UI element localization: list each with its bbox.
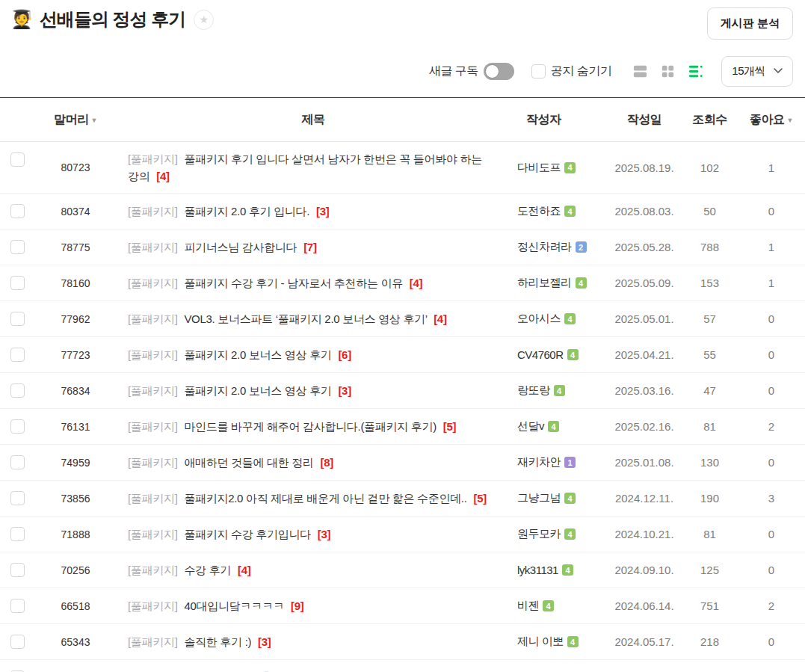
comment-count[interactable]: [5] xyxy=(473,492,486,505)
post-likes: 0 xyxy=(738,312,805,325)
post-prefix[interactable]: [풀패키지] xyxy=(128,492,180,505)
card-view-icon[interactable] xyxy=(632,63,649,80)
post-prefix[interactable]: [풀패키지] xyxy=(128,205,180,218)
post-prefix[interactable]: [풀패키지] xyxy=(128,456,180,469)
comment-count[interactable]: [4] xyxy=(238,564,250,576)
comment-count[interactable]: [4] xyxy=(434,312,446,325)
row-checkbox[interactable] xyxy=(10,152,25,167)
post-author[interactable]: 그냥그넘 xyxy=(517,491,561,505)
comment-count[interactable]: [4] xyxy=(156,170,169,182)
table-row[interactable]: 77962 [풀패키지] VOL3. 보너스파트 ‘풀패키지 2.0 보너스 영… xyxy=(0,301,805,337)
row-checkbox[interactable] xyxy=(10,348,25,362)
post-title-link[interactable]: VOL3. 보너스파트 ‘풀패키지 2.0 보너스 영상 후기’ xyxy=(184,312,427,325)
header-prefix[interactable]: 말머리▼ xyxy=(42,112,109,128)
post-title-link[interactable]: 피기너스님 감사합니다 xyxy=(184,241,297,253)
table-row[interactable]: 77723 [풀패키지] 풀패키지 2.0 보너스 영상 후기 [6] CV47… xyxy=(0,337,805,373)
table-row[interactable]: 80723 [풀패키지] 풀패키지 후기 입니다 살면서 남자가 한번은 꼭 들… xyxy=(0,142,805,194)
comment-count[interactable]: [6] xyxy=(338,348,351,361)
post-title-link[interactable]: 풀패키지 2.0 후기 입니다. xyxy=(184,205,309,218)
post-prefix[interactable]: [풀패키지] xyxy=(128,599,180,612)
post-prefix[interactable]: [풀패키지] xyxy=(128,564,180,576)
comment-count[interactable]: [7] xyxy=(303,241,316,253)
table-row[interactable]: 74959 [풀패키지] 애매하던 것들에 대한 정리 [8] 재키차안 1 2… xyxy=(0,445,805,481)
post-title-link[interactable]: 애매하던 것들에 대한 정리 xyxy=(184,456,313,469)
post-title-link[interactable]: 마인드를 바꾸게 해주어 감사합니다.(풀패키지 후기) xyxy=(184,420,436,433)
post-title-link[interactable]: 솔직한 후기 :) xyxy=(184,635,251,648)
comment-count[interactable]: [8] xyxy=(321,456,333,469)
row-checkbox[interactable] xyxy=(10,419,25,434)
post-title-link[interactable]: 40대입니닼ㅋㅋㅋㅋ xyxy=(184,599,284,612)
post-prefix[interactable]: [풀패키지] xyxy=(128,348,180,361)
comment-count[interactable]: [9] xyxy=(291,599,303,612)
row-checkbox[interactable] xyxy=(10,527,25,541)
post-prefix[interactable]: [풀패키지] xyxy=(128,277,180,289)
post-author[interactable]: 비젠 xyxy=(517,599,539,613)
table-row[interactable]: 76131 [풀패키지] 마인드를 바꾸게 해주어 감사합니다.(풀패키지 후기… xyxy=(0,409,805,445)
comment-count[interactable]: [3] xyxy=(316,205,329,218)
row-checkbox[interactable] xyxy=(10,455,25,469)
table-row[interactable]: 70256 [풀패키지] 수강 후기 [4] lyk31131 4 2024.0… xyxy=(0,552,805,588)
row-checkbox[interactable] xyxy=(10,240,25,254)
row-checkbox[interactable] xyxy=(10,312,25,326)
post-author[interactable]: 선달v xyxy=(517,419,544,434)
post-author[interactable]: 제니 이뽀 xyxy=(517,635,564,649)
row-checkbox[interactable] xyxy=(10,204,25,218)
post-title-link[interactable]: 풀패키지 수강 후기입니다 xyxy=(184,528,310,540)
table-row[interactable]: 73856 [풀패키지] 풀패키지2.0 아직 제대로 배운게 아닌 겉만 핥은… xyxy=(0,481,805,517)
board-analysis-button[interactable]: 게시판 분석 xyxy=(707,7,793,40)
post-prefix[interactable]: [풀패키지] xyxy=(128,241,180,253)
post-prefix[interactable]: [풀패키지] xyxy=(128,312,180,325)
page-title: 선배들의 정성 후기 xyxy=(40,7,185,31)
row-checkbox[interactable] xyxy=(10,563,25,577)
post-prefix[interactable]: [풀패키지] xyxy=(128,528,180,540)
comment-count[interactable]: [5] xyxy=(443,420,456,433)
table-row[interactable]: 66518 [풀패키지] 40대입니닼ㅋㅋㅋㅋ [9] 비젠 4 2024.06… xyxy=(0,588,805,624)
comment-count[interactable]: [3] xyxy=(258,635,271,648)
post-date: 2025.05.01. xyxy=(607,312,682,325)
table-row[interactable]: 78160 [풀패키지] 풀패키지 수강 후기 - 남자로서 추천하는 이유 [… xyxy=(0,265,805,301)
table-row[interactable]: 76834 [풀패키지] 풀패키지 2.0 보너스 영상 후기 [3] 랑또랑 … xyxy=(0,373,805,409)
row-checkbox[interactable] xyxy=(10,383,25,398)
comment-count[interactable]: [4] xyxy=(410,277,422,289)
page-size-dropdown[interactable]: 15개씩 xyxy=(721,56,793,87)
grid-view-icon[interactable] xyxy=(659,63,676,80)
post-title-link[interactable]: 풀패키지 수강 후기 - 남자로서 추천하는 이유 xyxy=(184,277,403,289)
post-prefix[interactable]: [풀패키지] xyxy=(128,420,180,433)
hide-notice-checkbox[interactable] xyxy=(531,64,546,78)
row-checkbox[interactable] xyxy=(10,491,25,505)
post-likes: 0 xyxy=(738,564,805,576)
post-author[interactable]: 랑또랑 xyxy=(517,383,550,398)
post-author[interactable]: 다비도프 xyxy=(517,161,561,175)
post-author[interactable]: 재키차안 xyxy=(517,455,561,469)
post-author[interactable]: 원두모카 xyxy=(517,527,561,541)
post-author[interactable]: lyk31131 xyxy=(517,564,558,576)
post-author[interactable]: CV4760R xyxy=(517,348,564,361)
post-title-link[interactable]: 풀패키지 2.0 보너스 영상 후기 xyxy=(184,348,331,361)
post-title-link[interactable]: 풀패키지 후기 입니다 살면서 남자가 한번은 꼭 들어봐야 하는 강의 xyxy=(128,152,482,182)
comment-count[interactable]: [3] xyxy=(338,384,351,397)
post-title-link[interactable]: 수강 후기 xyxy=(184,564,231,576)
row-checkbox[interactable] xyxy=(10,599,25,613)
table-row[interactable]: 65343 [풀패키지] 솔직한 후기 :) [3] 제니 이뽀 4 2024.… xyxy=(0,624,805,660)
comment-count[interactable]: [3] xyxy=(318,528,330,540)
post-likes: 2 xyxy=(738,599,805,612)
post-author[interactable]: 하리보젤리 xyxy=(517,276,572,290)
post-title-link[interactable]: 풀패키지 2.0 보너스 영상 후기 xyxy=(184,384,331,397)
table-row[interactable]: 80374 [풀패키지] 풀패키지 2.0 후기 입니다. [3] 도전하죠 4… xyxy=(0,194,805,229)
subscribe-toggle[interactable] xyxy=(484,63,514,80)
post-prefix[interactable]: [풀패키지] xyxy=(128,384,180,397)
post-author[interactable]: 도전하죠 xyxy=(517,204,561,218)
row-checkbox[interactable] xyxy=(10,635,25,649)
post-author[interactable]: 오아시스 xyxy=(517,312,561,326)
post-title-link[interactable]: 풀패키지2.0 아직 제대로 배운게 아닌 겉만 핥은 수준인데.. xyxy=(184,492,466,505)
table-row[interactable]: 64899 [풀패키지] 풀-패키지 후기 🌚 [1] 뭘해도될놈 4 2024… xyxy=(0,660,805,672)
table-row[interactable]: 71888 [풀패키지] 풀패키지 수강 후기입니다 [3] 원두모카 4 20… xyxy=(0,517,805,552)
favorite-star-button[interactable]: ★ xyxy=(194,10,214,30)
list-view-icon[interactable] xyxy=(687,63,704,80)
row-checkbox[interactable] xyxy=(10,276,25,290)
post-prefix[interactable]: [풀패키지] xyxy=(128,152,180,165)
post-prefix[interactable]: [풀패키지] xyxy=(128,635,180,648)
post-author[interactable]: 정신차려라 xyxy=(517,240,572,254)
table-row[interactable]: 78775 [풀패키지] 피기너스님 감사합니다 [7] 정신차려라 2 202… xyxy=(0,229,805,265)
header-likes[interactable]: 좋아요▼ xyxy=(738,112,805,128)
